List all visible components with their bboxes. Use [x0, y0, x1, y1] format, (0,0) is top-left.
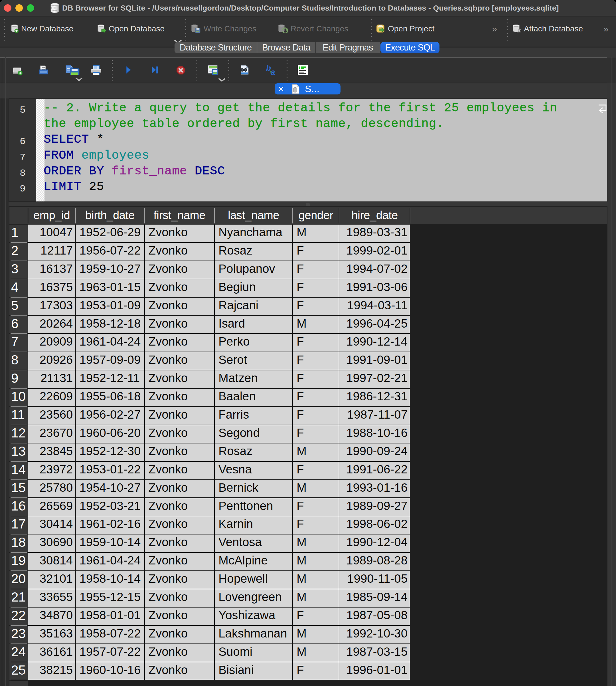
- svg-text:a: a: [271, 68, 275, 76]
